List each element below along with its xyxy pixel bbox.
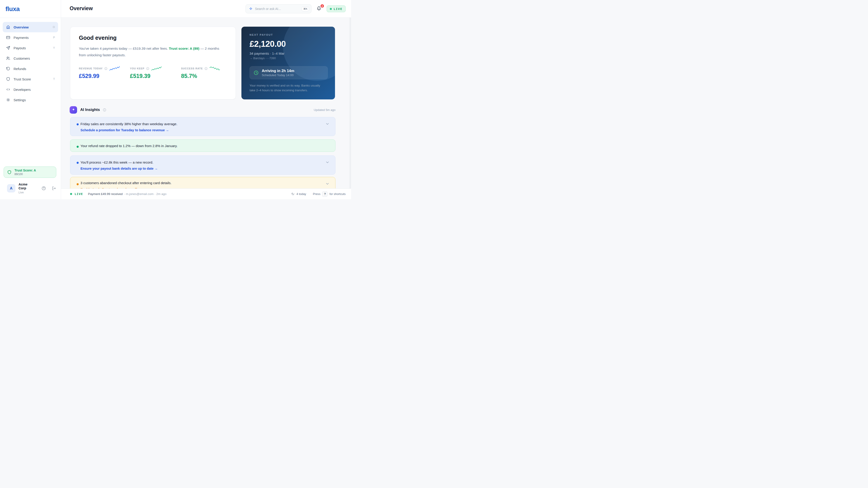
ai-insights-title: AI Insights — [80, 107, 100, 112]
payout-arriving: Arriving in 2h 14m — [262, 69, 294, 73]
info-icon[interactable] — [146, 67, 149, 70]
insight-card-refund-rate[interactable]: Your refund rate dropped to 1.2% — down … — [70, 139, 336, 152]
info-icon[interactable] — [103, 108, 106, 112]
sidebar-item-payments[interactable]: Payments P — [3, 32, 58, 43]
scrollbar[interactable] — [349, 18, 351, 199]
insight-dot — [76, 162, 79, 164]
brand-logo: fluxa — [0, 0, 61, 13]
chevron-down-icon[interactable] — [325, 122, 330, 126]
account-row[interactable]: A Acme Corp Live — [7, 183, 56, 194]
notifications-button[interactable]: 2 — [316, 5, 323, 12]
code-icon — [6, 87, 10, 92]
sidebar-item-label: Payments — [13, 36, 29, 39]
credit-card-icon — [6, 35, 10, 40]
insight-action-link[interactable]: Schedule a promotion for Tuesday to bala… — [81, 128, 169, 132]
success-rate-sparkline — [209, 66, 220, 71]
live-dot — [70, 193, 72, 195]
notification-count-badge: 2 — [320, 4, 324, 8]
stat-revenue-today: REVENUE TODAY £529.99 — [79, 66, 130, 79]
send-icon — [6, 46, 10, 50]
search-input[interactable] — [255, 7, 302, 11]
shortcut-key: O — [53, 26, 55, 29]
page-title: Overview — [70, 5, 93, 11]
shortcut-key: Y — [53, 46, 55, 50]
payout-label: NEXT PAYOUT — [250, 33, 327, 36]
status-today-count: 4 today — [297, 192, 306, 196]
account-name: Acme Corp — [19, 183, 34, 190]
sidebar-item-label: Refunds — [13, 67, 26, 71]
trust-score-grade: Trust Score: A — [14, 168, 36, 172]
revenue-sparkline — [109, 66, 120, 71]
users-icon — [6, 56, 10, 61]
sidebar-item-refunds[interactable]: Refunds — [3, 64, 58, 74]
payout-meta: 34 payments · 1–4 Mar — [250, 52, 327, 55]
stat-you-keep: YOU KEEP £519.39 — [130, 66, 181, 79]
help-icon[interactable] — [41, 186, 46, 191]
activity-pulse-icon — [291, 192, 295, 196]
sparkle-icon — [249, 7, 253, 11]
payout-note: Your money is verified and on its way. B… — [250, 83, 326, 93]
shortcuts-hint: Press ? for shortcuts — [313, 191, 346, 197]
home-icon — [6, 25, 10, 29]
trust-score-highlight: Trust score: A (89) — [169, 46, 199, 51]
chevron-down-icon[interactable] — [325, 160, 330, 164]
stat-success-rate: SUCCESS RATE 85.7% — [181, 66, 220, 79]
sidebar-item-settings[interactable]: Settings — [3, 95, 58, 105]
live-dot — [330, 8, 332, 10]
greeting-title: Good evening — [79, 35, 227, 41]
sidebar-item-label: Developers — [13, 88, 31, 92]
main-content: Good evening You've taken 4 payments tod… — [61, 18, 351, 199]
insight-card-friday-sales[interactable]: Friday sales are consistently 38% higher… — [70, 117, 336, 136]
sidebar-item-label: Payouts — [13, 46, 26, 50]
chevron-down-icon[interactable] — [325, 182, 330, 186]
payout-arrival-box: Arriving in 2h 14m Scheduled Today 14:00 — [250, 66, 328, 79]
sidebar-nav: Overview O Payments P Payouts Y — [0, 18, 61, 105]
insights-updated: Updated 5m ago — [314, 108, 336, 111]
clock-icon — [253, 70, 259, 75]
sidebar-item-developers[interactable]: Developers — [3, 84, 58, 95]
sidebar-item-customers[interactable]: Customers — [3, 53, 58, 64]
refund-icon — [6, 66, 10, 71]
next-payout-card: NEXT PAYOUT £2,120.00 34 payments · 1–4 … — [241, 27, 335, 99]
logout-icon[interactable] — [52, 186, 56, 191]
avatar: A — [7, 184, 16, 193]
greeting-card: Good evening You've taken 4 payments tod… — [70, 27, 236, 99]
shortcut-key: P — [53, 36, 55, 39]
sidebar-item-payouts[interactable]: Payouts Y — [3, 43, 58, 53]
sidebar-item-label: Settings — [13, 98, 26, 102]
shortcut-key: T — [53, 77, 55, 80]
status-live-label: LIVE — [74, 192, 83, 196]
status-event: Payment £49.99 received — [88, 192, 123, 196]
insight-action-link[interactable]: Ensure your payout bank details are up t… — [81, 167, 158, 170]
sidebar-item-label: Trust Score — [13, 77, 31, 81]
ai-insights-header: AI Insights Updated 5m ago — [70, 106, 336, 113]
stats-row: REVENUE TODAY £529.99 YOU KEEP — [79, 66, 227, 79]
account-mode: Live — [19, 191, 34, 194]
status-bar: LIVE Payment £49.99 received · m.jones@e… — [61, 188, 351, 199]
insight-dot — [76, 146, 79, 148]
sidebar-item-overview[interactable]: Overview O — [3, 22, 58, 32]
header: Overview ⌘K 2 LIVE — [61, 0, 351, 18]
sidebar: fluxa Overview O Payments P — [0, 0, 61, 199]
payout-amount: £2,120.00 — [250, 39, 327, 49]
ai-sparkle-icon — [70, 106, 77, 113]
insight-dot — [76, 123, 79, 125]
insight-card-weekly-record[interactable]: You'll process ~£2.8k this week — a new … — [70, 156, 336, 175]
payout-scheduled: Scheduled Today 14:00 — [262, 73, 294, 77]
live-mode-badge[interactable]: LIVE — [327, 5, 346, 12]
gear-icon — [6, 98, 10, 102]
trust-score-badge[interactable]: Trust Score: A 89/100 — [4, 166, 56, 178]
question-key[interactable]: ? — [322, 191, 328, 197]
info-icon[interactable] — [104, 67, 107, 70]
info-icon[interactable] — [204, 67, 208, 70]
you-keep-sparkline — [151, 66, 162, 71]
shield-icon — [6, 77, 10, 81]
status-event-meta: · m.jones@email.com · 2m ago — [124, 192, 166, 196]
search-kbd-hint: ⌘K — [302, 6, 309, 11]
app-root: fluxa Overview O Payments P — [0, 0, 351, 199]
live-label: LIVE — [334, 7, 342, 11]
sidebar-item-label: Overview — [13, 25, 29, 29]
search-bar[interactable]: ⌘K — [246, 4, 311, 13]
shield-icon — [7, 170, 12, 175]
sidebar-item-trust-score[interactable]: Trust Score T — [3, 74, 58, 84]
